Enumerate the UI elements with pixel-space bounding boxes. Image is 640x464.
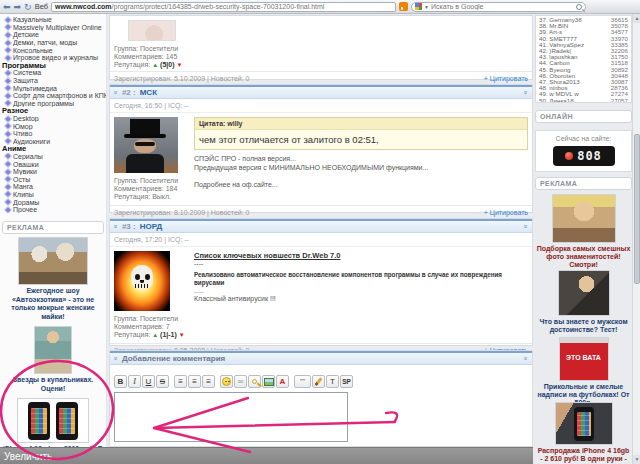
- quote-title: Цитата: willy: [195, 118, 527, 130]
- scroll-down-icon[interactable]: ▼: [633, 455, 640, 464]
- underline-button[interactable]: U: [142, 375, 155, 388]
- italic-button[interactable]: I: [128, 375, 141, 388]
- smiley-icon[interactable]: [220, 375, 233, 388]
- align-right-icon[interactable]: ≡: [202, 375, 215, 388]
- sidebar-item[interactable]: Консольные: [0, 46, 106, 54]
- sidebar-item[interactable]: Осты: [0, 175, 106, 183]
- sidebar-item[interactable]: Дорамы: [0, 198, 106, 206]
- sp-button[interactable]: SP: [340, 375, 353, 388]
- sidebar-item[interactable]: Сериалы: [0, 153, 106, 161]
- collapse-icon[interactable]: »: [112, 225, 119, 229]
- quote-button[interactable]: + Цитировать: [484, 209, 528, 216]
- bullet-icon: [5, 78, 11, 84]
- align-left-icon[interactable]: ≡: [174, 375, 187, 388]
- comment-textarea[interactable]: [114, 392, 348, 442]
- sidebar-item[interactable]: Система: [0, 69, 106, 77]
- sidebar-item[interactable]: Чтиво: [0, 130, 106, 138]
- bullet-icon: [5, 116, 11, 122]
- bullet-icon: [5, 138, 11, 144]
- collapse-icon[interactable]: »: [112, 91, 119, 95]
- quote-tag-icon[interactable]: "": [294, 375, 311, 388]
- search-icon[interactable]: [576, 4, 582, 10]
- ad-caption[interactable]: Подборка самых смешных фото знаменитосте…: [535, 243, 632, 271]
- sidebar-item[interactable]: Мувики: [0, 168, 106, 176]
- ad-caption[interactable]: Что вы знаете о мужском достоинстве? Тес…: [535, 316, 632, 336]
- sidebar-item[interactable]: Защита: [0, 77, 106, 85]
- ad-image-test[interactable]: [558, 270, 610, 316]
- search-input[interactable]: [431, 3, 574, 10]
- align-center-icon[interactable]: ≡: [188, 375, 201, 388]
- bullet-icon: [5, 207, 11, 213]
- sidebar-item[interactable]: Программы: [0, 62, 106, 70]
- font-color-button[interactable]: A: [276, 375, 289, 388]
- ad-image-celebrity[interactable]: [552, 194, 616, 243]
- bullet-icon: [5, 154, 11, 160]
- comment-author[interactable]: НОРД: [140, 222, 163, 231]
- sidebar-item[interactable]: Манга: [0, 183, 106, 191]
- sidebar-item[interactable]: Клипы: [0, 191, 106, 199]
- rss-icon[interactable]: [399, 2, 408, 11]
- forward-icon[interactable]: ➡: [14, 2, 22, 12]
- font-button[interactable]: T: [326, 375, 339, 388]
- add-comment-title: Добавление комментария: [122, 354, 225, 363]
- comment-text: ----: [194, 260, 528, 269]
- sidebar-item[interactable]: Другие программы: [0, 100, 106, 108]
- comment-author[interactable]: МСК: [140, 88, 157, 97]
- link-icon[interactable]: ∞: [234, 375, 247, 388]
- image-icon[interactable]: [262, 375, 275, 388]
- ad-image-tshirt[interactable]: ЭТО ВАТА: [559, 337, 609, 381]
- ad-caption[interactable]: Звезды в купальниках. Оцени!: [0, 374, 106, 395]
- sidebar-item[interactable]: Аниме: [0, 145, 106, 153]
- ad-image-carshow[interactable]: [18, 237, 88, 285]
- url-field[interactable]: www.nwcod.com/programs/protect/164385-dr…: [51, 2, 396, 12]
- sidebar-item[interactable]: Desktop: [0, 115, 106, 123]
- edit-icon[interactable]: [312, 375, 325, 388]
- scroll-up-icon[interactable]: ▲: [633, 14, 640, 23]
- avatar: [128, 20, 176, 41]
- comment-number: #3 :: [122, 222, 136, 231]
- rep-down-icon[interactable]: ▼: [176, 62, 182, 68]
- sidebar-item[interactable]: Детские: [0, 31, 106, 39]
- strike-button[interactable]: S: [156, 375, 169, 388]
- ad-image-iphones[interactable]: [17, 398, 89, 443]
- news-link[interactable]: Список ключевых новшеств Dr.Web 7.0: [194, 251, 528, 260]
- comment-text: Классный антивирусик !!!: [194, 295, 528, 304]
- bold-button[interactable]: B: [114, 375, 127, 388]
- rep-up-icon[interactable]: ▲: [152, 62, 158, 68]
- back-icon[interactable]: ⬅: [3, 2, 11, 12]
- sidebar-item[interactable]: Прочее: [0, 206, 106, 214]
- sidebar-item[interactable]: Massively Multiplayer Online: [0, 24, 106, 32]
- counter-dot-icon: [565, 152, 573, 160]
- web-button[interactable]: Веб: [35, 2, 48, 11]
- collapse-icon[interactable]: »: [523, 357, 530, 361]
- rep-down-icon[interactable]: ▼: [179, 332, 185, 338]
- ad-image-bikini[interactable]: [34, 326, 72, 374]
- scrollbar[interactable]: ▲ ▼: [632, 14, 640, 464]
- sidebar-item[interactable]: Овашки: [0, 160, 106, 168]
- quote-button[interactable]: + Цитировать: [484, 75, 528, 82]
- sidebar-item[interactable]: Софт для смартфонов и КПК: [0, 92, 106, 100]
- google-search-box[interactable]: ▼: [411, 2, 586, 12]
- avatar: [114, 117, 178, 173]
- sidebar-item[interactable]: Игровое видео и журналы: [0, 54, 106, 62]
- ad-caption[interactable]: Распродажа iPhone 4 16gb - 2 610 руб! В …: [535, 445, 632, 464]
- top-user-row[interactable]: 50. Динка18 27057: [536, 98, 631, 103]
- rep-up-icon[interactable]: ▲: [152, 332, 158, 338]
- page: ⬅ ➡ ↻ Веб www.nwcod.com/programs/protect…: [0, 0, 640, 464]
- collapse-icon[interactable]: »: [523, 91, 530, 95]
- sidebar-item[interactable]: Казуальные: [0, 16, 106, 24]
- key-icon[interactable]: [248, 375, 261, 388]
- sidebar-item[interactable]: Аудиокниги: [0, 138, 106, 146]
- bullet-icon: [5, 169, 11, 175]
- scrollbar-thumb[interactable]: [634, 134, 640, 284]
- refresh-icon[interactable]: ↻: [24, 2, 32, 12]
- sidebar-item[interactable]: Демки, патчи, моды: [0, 39, 106, 47]
- sidebar-item[interactable]: Разное: [0, 107, 106, 115]
- ad-image-iphone-sale[interactable]: [555, 402, 613, 445]
- sidebar-item[interactable]: Мультимедиа: [0, 84, 106, 92]
- sidebar-item[interactable]: Юмор: [0, 122, 106, 130]
- collapse-icon[interactable]: »: [112, 357, 119, 361]
- collapse-icon[interactable]: »: [523, 225, 530, 229]
- chevron-down-icon[interactable]: ▼: [424, 4, 429, 10]
- ad-caption[interactable]: Ежегодное шоу «Автоэкзотика» - это не то…: [0, 285, 106, 323]
